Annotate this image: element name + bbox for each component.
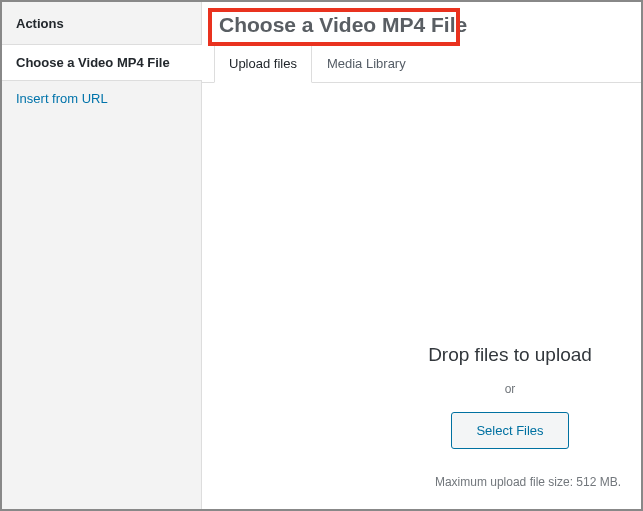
title-wrap: Choose a Video MP4 File	[202, 2, 641, 45]
sidebar: Actions Choose a Video MP4 File Insert f…	[2, 2, 202, 509]
page-title: Choose a Video MP4 File	[214, 11, 629, 39]
tabs: Upload files Media Library	[202, 45, 641, 83]
drop-heading: Drop files to upload	[405, 344, 615, 366]
tab-upload-files[interactable]: Upload files	[214, 45, 312, 83]
main-panel: Choose a Video MP4 File Upload files Med…	[202, 2, 641, 509]
media-modal: Actions Choose a Video MP4 File Insert f…	[0, 0, 643, 511]
tab-media-library[interactable]: Media Library	[312, 45, 421, 83]
sidebar-heading: Actions	[2, 2, 201, 44]
select-files-button[interactable]: Select Files	[451, 412, 568, 449]
sidebar-item-insert-url[interactable]: Insert from URL	[2, 81, 201, 116]
sidebar-item-choose-video[interactable]: Choose a Video MP4 File	[2, 44, 202, 81]
drop-or-text: or	[405, 382, 615, 396]
upload-dropzone[interactable]: Drop files to upload or Select Files Max…	[202, 83, 641, 509]
max-upload-size-text: Maximum upload file size: 512 MB.	[435, 475, 621, 489]
drop-content: Drop files to upload or Select Files	[405, 344, 615, 449]
